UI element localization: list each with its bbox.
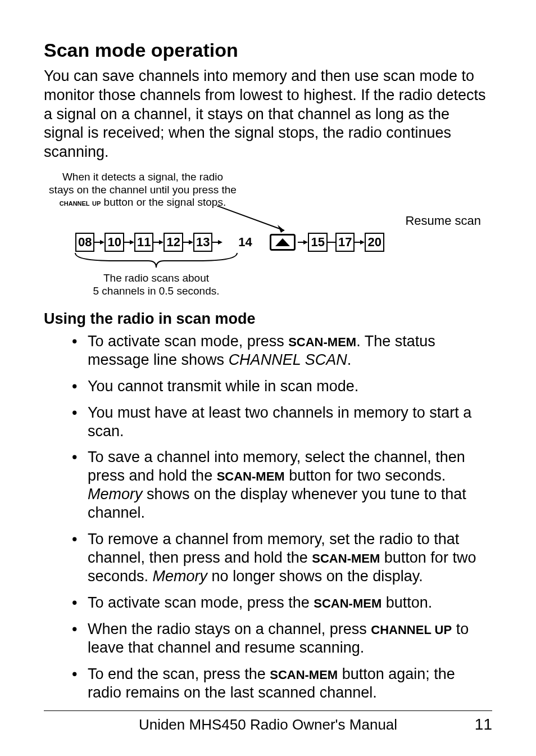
text: .: [347, 351, 352, 368]
channel-box: 10: [105, 233, 124, 252]
display-text: CHANNEL SCAN: [229, 351, 347, 368]
scan-diagram: When it detects a signal, the radio stay…: [44, 171, 492, 300]
svg-line-0: [217, 206, 284, 230]
button-label: SCAN-MEM: [288, 335, 356, 349]
channel-box: 11: [134, 233, 153, 252]
button-label: CHANNEL UP: [371, 623, 452, 637]
text: When the radio stays on a channel, press: [88, 621, 371, 637]
list-item: To end the scan, press the SCAN-MEM butt…: [44, 665, 492, 702]
diagram-bottom-annotation: The radio scans about 5 channels in 0.5 …: [89, 272, 224, 298]
instruction-list: To activate scan mode, press SCAN-MEM. T…: [44, 332, 492, 702]
button-label: SCAN-MEM: [270, 668, 338, 682]
list-item: To save a channel into memory, select th…: [44, 448, 492, 522]
svg-marker-9: [189, 240, 193, 245]
section-heading: Scan mode operation: [44, 39, 492, 61]
channel-box: 08: [75, 233, 94, 252]
annot-top-l1: When it detects a signal, the radio: [62, 171, 223, 183]
arrow-right-icon: [212, 239, 222, 246]
channel-box: 17: [335, 233, 355, 252]
svg-marker-16: [360, 240, 365, 245]
annot-top-l3a: channel up: [60, 198, 101, 207]
list-item: You cannot transmit while in scan mode.: [44, 377, 492, 396]
annot-bot-l1: The radio scans about: [103, 272, 209, 284]
page-footer: Uniden MHS450 Radio Owner's Manual 11: [44, 710, 492, 734]
text: button for two seconds.: [285, 467, 446, 484]
footer-title: Uniden MHS450 Radio Owner's Manual: [78, 716, 458, 734]
text: To activate scan mode, press the: [88, 594, 314, 611]
channel-box: 15: [308, 233, 327, 252]
annot-top-l3b: button or the signal stops.: [101, 196, 226, 208]
svg-marker-14: [303, 240, 308, 245]
button-label: SCAN-MEM: [314, 596, 381, 610]
svg-marker-5: [130, 240, 134, 245]
channel-box: 20: [365, 233, 384, 252]
arrow-right-icon: [153, 239, 163, 246]
text: To end the scan, press the: [88, 666, 270, 682]
annot-top-l2: stays on the channel until you press the: [49, 184, 237, 196]
channel-box: 13: [193, 233, 212, 252]
channel-row: 08 10 11 12 13 14 15 17 20: [75, 233, 384, 252]
annot-bot-l2: 5 channels in 0.5 seconds.: [93, 285, 220, 297]
svg-marker-3: [100, 240, 105, 245]
resume-scan-label: Resume scan: [405, 214, 481, 228]
svg-marker-11: [218, 240, 222, 245]
arrow-right-icon: [183, 239, 193, 246]
text: shows on the display whenever you tune t…: [88, 486, 466, 521]
svg-marker-12: [275, 238, 290, 246]
subsection-heading: Using the radio in scan mode: [44, 310, 492, 328]
dash-connector: [328, 242, 335, 243]
diagram-top-annotation: When it detects a signal, the radio stay…: [47, 171, 238, 209]
display-text: Memory: [88, 486, 143, 503]
arrow-right-icon: [298, 239, 308, 246]
arrow-right-icon: [94, 239, 105, 246]
arrow-right-icon: [124, 239, 134, 246]
text: To activate scan mode, press: [88, 333, 288, 350]
text: no longer shows on the display.: [207, 568, 423, 585]
button-label: SCAN-MEM: [217, 469, 285, 483]
svg-marker-7: [159, 240, 163, 245]
channel-box: 12: [163, 233, 183, 252]
brace-icon: [72, 251, 240, 270]
list-item: You must have at least two channels in m…: [44, 404, 492, 441]
active-channel: 14: [222, 234, 267, 251]
display-text: Memory: [153, 568, 208, 585]
list-item: When the radio stays on a channel, press…: [44, 620, 492, 657]
signal-icon: [270, 234, 296, 251]
list-item: To activate scan mode, press SCAN-MEM. T…: [44, 332, 492, 369]
intro-paragraph: You can save channels into memory and th…: [44, 67, 492, 162]
list-item: To remove a channel from memory, set the…: [44, 530, 492, 586]
button-label: SCAN-MEM: [312, 551, 380, 565]
page-number: 11: [458, 716, 492, 734]
list-item: To activate scan mode, press the SCAN-ME…: [44, 594, 492, 612]
arrow-right-icon: [355, 239, 365, 246]
text: button.: [381, 594, 432, 611]
